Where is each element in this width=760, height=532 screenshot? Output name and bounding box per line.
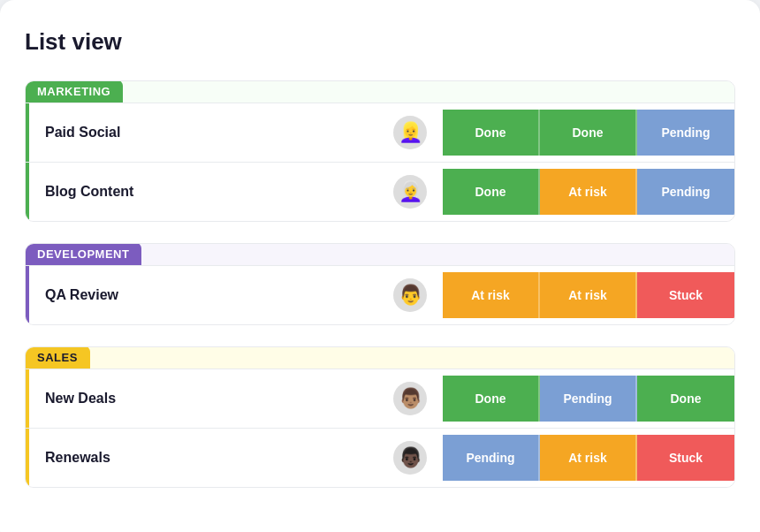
table-row[interactable]: QA Review👨At riskAt riskStuck: [26, 266, 734, 324]
row-left: Renewals👨🏿: [26, 429, 443, 487]
group-sales: SALESNew Deals👨🏽DonePendingDoneRenewals👨…: [25, 346, 735, 488]
row-label: New Deals: [45, 391, 383, 407]
group-header-development: DEVELOPMENT: [25, 243, 141, 265]
status-cells: DoneAt riskPending: [443, 169, 734, 215]
groups-container: MARKETINGPaid Social👱‍♀️DoneDonePendingB…: [25, 80, 735, 488]
group-header-sales: SALES: [25, 346, 90, 369]
row-label: Renewals: [45, 450, 383, 466]
table-row[interactable]: Blog Content👩‍🦳DoneAt riskPending: [26, 163, 734, 221]
group-development: DEVELOPMENTQA Review👨At riskAt riskStuck: [25, 243, 735, 325]
status-cells: PendingAt riskStuck: [443, 435, 734, 481]
main-card: List view MARKETINGPaid Social👱‍♀️DoneDo…: [0, 0, 760, 532]
row-left: Paid Social👱‍♀️: [26, 103, 443, 162]
status-cell[interactable]: Pending: [540, 376, 637, 422]
group-marketing: MARKETINGPaid Social👱‍♀️DoneDonePendingB…: [25, 80, 735, 222]
avatar: 👩‍🦳: [393, 175, 427, 209]
group-header-marketing: MARKETING: [25, 80, 123, 103]
page-title: List view: [25, 28, 735, 56]
status-cell[interactable]: Pending: [637, 110, 734, 156]
avatar: 👱‍♀️: [393, 116, 427, 149]
status-cell[interactable]: At risk: [540, 435, 637, 481]
row-label: Paid Social: [45, 125, 383, 141]
status-cell[interactable]: Done: [540, 110, 637, 156]
status-cells: DoneDonePending: [443, 110, 734, 156]
status-cell[interactable]: Stuck: [637, 272, 734, 318]
table-row[interactable]: New Deals👨🏽DonePendingDone: [26, 369, 734, 429]
row-label: Blog Content: [45, 184, 383, 200]
group-header-wrap-marketing: MARKETING: [26, 81, 734, 103]
row-label: QA Review: [45, 287, 383, 303]
avatar: 👨: [393, 278, 427, 312]
row-left: New Deals👨🏽: [26, 369, 443, 428]
row-left: QA Review👨: [26, 266, 443, 324]
group-header-wrap-development: DEVELOPMENT: [26, 244, 734, 266]
table-row[interactable]: Renewals👨🏿PendingAt riskStuck: [26, 429, 734, 487]
status-cell[interactable]: Stuck: [637, 435, 734, 481]
status-cell[interactable]: Pending: [637, 169, 734, 215]
status-cells: DonePendingDone: [443, 376, 734, 422]
status-cell[interactable]: Done: [637, 376, 734, 422]
status-cell[interactable]: Done: [443, 376, 540, 422]
table-row[interactable]: Paid Social👱‍♀️DoneDonePending: [26, 103, 734, 163]
status-cells: At riskAt riskStuck: [443, 272, 734, 318]
avatar: 👨🏿: [393, 441, 427, 475]
avatar: 👨🏽: [393, 382, 427, 415]
status-cell[interactable]: At risk: [540, 169, 637, 215]
status-cell[interactable]: At risk: [540, 272, 637, 318]
status-cell[interactable]: Pending: [443, 435, 540, 481]
group-header-wrap-sales: SALES: [26, 347, 734, 369]
status-cell[interactable]: At risk: [443, 272, 540, 318]
status-cell[interactable]: Done: [443, 169, 540, 215]
row-left: Blog Content👩‍🦳: [26, 163, 443, 221]
status-cell[interactable]: Done: [443, 110, 540, 156]
